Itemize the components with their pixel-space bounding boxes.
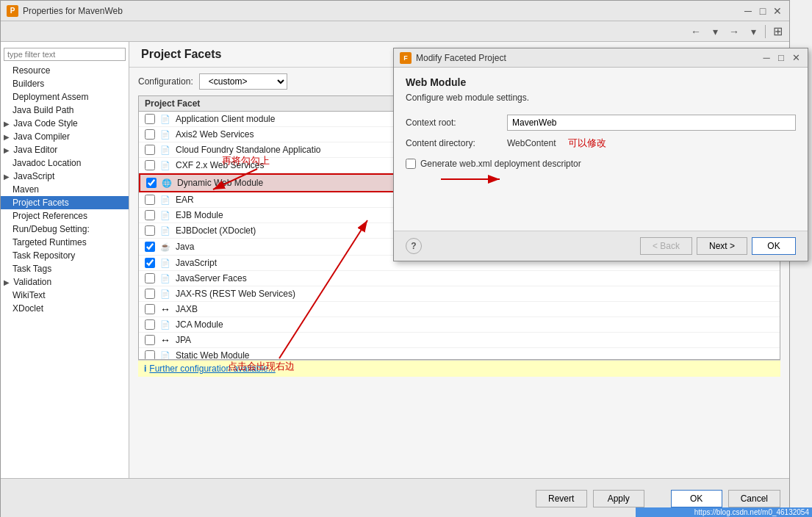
facet-checkbox-jax-rs[interactable] — [145, 289, 155, 299]
sidebar-item-deployment[interactable]: Deployment Assem — [1, 90, 129, 104]
context-root-label: Context root: — [406, 118, 501, 128]
info-icon: i — [144, 364, 146, 374]
facet-icon-java: ☕ — [159, 241, 171, 253]
info-bar: i Further configuration available... — [138, 360, 780, 377]
dialog-section-title: Web Module — [406, 76, 796, 88]
facet-icon-jax-rs: 📄 — [159, 288, 171, 300]
status-bar: https://blog.csdn.net/m0_46132054 — [636, 507, 812, 517]
dialog-window: F Modify Faceted Project ─ □ ✕ Web Modul… — [393, 48, 808, 261]
generate-webxml-checkbox[interactable] — [406, 159, 416, 169]
sidebar-item-java-compiler[interactable]: ▶ Java Compiler — [1, 130, 129, 143]
content-dir-note: 可以修改 — [568, 137, 606, 150]
facet-checkbox-ejbdoclet[interactable] — [145, 225, 155, 236]
dropdown-button[interactable]: ▾ — [706, 24, 724, 40]
facet-name-jax-rs: JAX-RS (REST Web Services) — [176, 289, 774, 299]
facet-checkbox-dynamic-web[interactable] — [146, 178, 157, 188]
facet-icon-static-web: 📄 — [159, 350, 171, 360]
facet-icon-jca: 📄 — [159, 319, 171, 330]
sidebar-item-task-tags[interactable]: Task Tags — [1, 262, 129, 275]
dialog-minimize-button[interactable]: ─ — [761, 52, 772, 64]
forward-dropdown[interactable]: ▾ — [744, 24, 762, 40]
further-config-link[interactable]: Further configuration available... — [149, 364, 275, 374]
status-url: https://blog.csdn.net/m0_46132054 — [694, 508, 809, 516]
facet-row-jaxb: ↔ JAXB — [139, 302, 780, 317]
sidebar-item-xdoclet[interactable]: XDoclet — [1, 302, 129, 315]
dialog-close-button[interactable]: ✕ — [790, 52, 802, 64]
dialog-icon: F — [400, 52, 412, 64]
facet-checkbox-java[interactable] — [145, 242, 155, 252]
dialog-body: Web Module Configure web module settings… — [394, 68, 808, 231]
facet-checkbox-cxf[interactable] — [145, 160, 155, 170]
sidebar-item-maven[interactable]: Maven — [1, 183, 129, 196]
dialog-ok-button[interactable]: OK — [752, 237, 796, 255]
cancel-button[interactable]: Cancel — [728, 490, 780, 507]
context-root-row: Context root: — [406, 115, 796, 131]
sidebar-item-java-editor[interactable]: ▶ Java Editor — [1, 143, 129, 156]
sidebar-item-run-debug[interactable]: Run/Debug Setting: — [1, 223, 129, 236]
facet-icon-cloud-foundry: 📄 — [159, 144, 171, 156]
maximize-button[interactable]: □ — [757, 5, 769, 17]
facet-checkbox-app-client[interactable] — [145, 114, 155, 124]
config-label: Configuration: — [138, 76, 193, 87]
dialog-spacer — [406, 178, 796, 222]
facet-row-jpa: ↔ JPA — [139, 333, 780, 348]
facet-checkbox-ejb[interactable] — [145, 210, 155, 220]
minimize-button[interactable]: ─ — [742, 5, 754, 17]
facet-name-jpa: JPA — [176, 335, 774, 345]
revert-button[interactable]: Revert — [536, 490, 587, 507]
facet-checkbox-axis2[interactable] — [145, 129, 155, 140]
apply-button[interactable]: Apply — [593, 490, 644, 507]
facet-name-jaxb: JAXB — [176, 304, 774, 314]
sidebar-item-project-references[interactable]: Project References — [1, 209, 129, 223]
facet-checkbox-jpa[interactable] — [145, 335, 155, 345]
sidebar-item-validation[interactable]: ▶ Validation — [1, 275, 129, 289]
help-button[interactable]: ? — [406, 238, 422, 254]
sidebar-item-javadoc[interactable]: Javadoc Location — [1, 156, 129, 170]
dialog-footer-left: ? — [406, 238, 422, 254]
sidebar-item-java-code-style[interactable]: ▶ Java Code Style — [1, 117, 129, 130]
sidebar-item-javascript[interactable]: ▶ JavaScript — [1, 170, 129, 183]
filter-input[interactable] — [4, 48, 126, 61]
dialog-controls: ─ □ ✕ — [761, 52, 802, 64]
generate-webxml-label: Generate web.xml deployment descriptor — [420, 159, 581, 169]
facet-checkbox-ear[interactable] — [145, 195, 155, 205]
forward-button[interactable]: → — [725, 24, 743, 40]
facet-checkbox-jsf[interactable] — [145, 273, 155, 283]
content-dir-value: WebContent — [507, 138, 556, 148]
facet-icon-ejb: 📄 — [159, 209, 171, 221]
sidebar: Resource Builders Deployment Assem Java … — [1, 42, 129, 478]
facet-icon-app-client: 📄 — [159, 113, 171, 125]
generate-webxml-row: Generate web.xml deployment descriptor — [406, 159, 796, 169]
facet-checkbox-javascript[interactable] — [145, 258, 155, 268]
facet-icon-jsf: 📄 — [159, 272, 171, 284]
ok-button[interactable]: OK — [671, 490, 722, 507]
facet-row-jca: 📄 JCA Module — [139, 317, 780, 333]
separator — [765, 25, 766, 38]
facet-checkbox-cloud-foundry[interactable] — [145, 145, 155, 155]
sidebar-item-java-build-path[interactable]: Java Build Path — [1, 104, 129, 117]
expand-icon: ▶ — [4, 120, 11, 128]
back-button[interactable]: ← — [687, 24, 705, 40]
facet-icon-dynamic-web: 🌐 — [161, 177, 173, 189]
facet-checkbox-jaxb[interactable] — [145, 304, 155, 314]
config-dropdown[interactable]: <custom> — [199, 73, 287, 90]
sidebar-item-builders[interactable]: Builders — [1, 77, 129, 90]
sidebar-item-targeted-runtimes[interactable]: Targeted Runtimes — [1, 236, 129, 249]
sidebar-item-task-repository[interactable]: Task Repository — [1, 249, 129, 262]
back-button[interactable]: < Back — [640, 237, 692, 255]
sidebar-item-project-facets[interactable]: Project Facets — [1, 196, 129, 209]
close-button[interactable]: ✕ — [772, 5, 783, 17]
facet-checkbox-static-web[interactable] — [145, 350, 155, 360]
main-toolbar: ← ▾ → ▾ ⊞ — [1, 21, 789, 42]
content-dir-row: Content directory: WebContent 可以修改 — [406, 137, 796, 150]
sidebar-item-wikitext[interactable]: WikiText — [1, 289, 129, 302]
dialog-maximize-button[interactable]: □ — [775, 52, 787, 64]
facet-checkbox-jca[interactable] — [145, 319, 155, 330]
titlebar-controls: ─ □ ✕ — [742, 5, 783, 17]
menu-button[interactable]: ⊞ — [769, 24, 786, 40]
next-button[interactable]: Next > — [697, 237, 747, 255]
dialog-titlebar-left: F Modify Faceted Project — [400, 52, 506, 64]
main-titlebar: P Properties for MavenWeb ─ □ ✕ — [1, 1, 789, 21]
context-root-input[interactable] — [507, 115, 796, 131]
sidebar-item-resource[interactable]: Resource — [1, 64, 129, 77]
